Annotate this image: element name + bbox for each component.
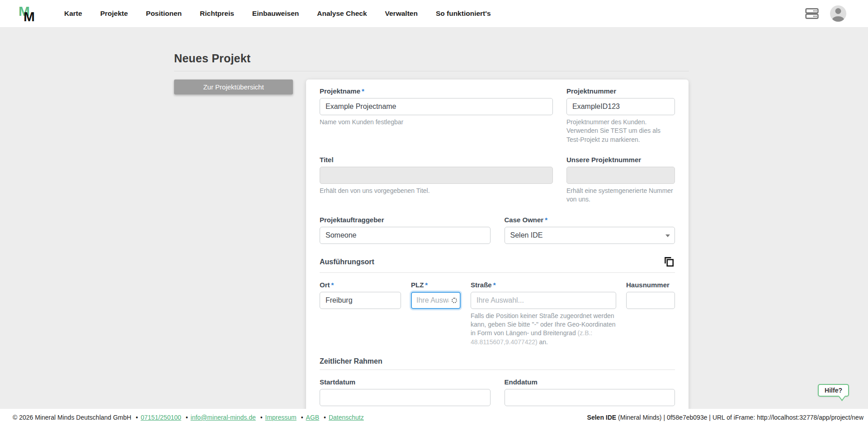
- required-marker: *: [425, 281, 428, 289]
- projektname-label: Projektname*: [320, 87, 553, 95]
- zeitlicher-rahmen-title: Zeitlicher Rahmen: [320, 357, 382, 365]
- top-navbar: M M Karte Projekte Positionen Richtpreis…: [0, 0, 868, 27]
- ausfuehrungsort-title: Ausführungsort: [320, 258, 374, 266]
- hausnummer-input[interactable]: [626, 292, 675, 309]
- nav-item-verwalten[interactable]: Verwalten: [385, 9, 418, 18]
- startdatum-label: Startdatum: [320, 378, 491, 386]
- section-zeitlicher-rahmen: Zeitlicher Rahmen: [320, 357, 675, 370]
- footer-session-info: Selen IDE (Mineral Minds) | 0f58e7eb093e…: [587, 414, 863, 421]
- projektname-helper: Name vom Kunden festlegbar: [320, 118, 553, 126]
- footer: © 2026 Mineral Minds Deutschland GmbH •0…: [0, 409, 868, 426]
- footer-session-details: (Mineral Minds) | 0f58e7eb093e | URL of …: [616, 414, 863, 421]
- footer-link-impressum[interactable]: Impressum: [265, 414, 297, 421]
- unsere-projektnummer-helper: Erhält eine systemgenerierte Nummer von …: [566, 187, 675, 204]
- field-plz: PLZ*: [411, 281, 461, 346]
- help-label: Hilfe?: [825, 387, 842, 394]
- strasse-label: Straße*: [471, 281, 616, 289]
- back-to-project-overview-button[interactable]: Zur Projektübersicht: [174, 80, 293, 94]
- field-titel: Titel Erhält den von uns vorgegebenen Ti…: [320, 156, 553, 204]
- required-marker: *: [545, 216, 547, 224]
- titel-helper: Erhält den von uns vorgegebenen Titel.: [320, 187, 553, 195]
- nav-item-so-funktionierts[interactable]: So funktioniert's: [436, 9, 491, 18]
- footer-link-datenschutz[interactable]: Datenschutz: [329, 414, 364, 421]
- form-row-name-number: Projektname* Name vom Kunden festlegbar …: [320, 87, 675, 144]
- form-row-titel: Titel Erhält den von uns vorgegebenen Ti…: [320, 156, 675, 204]
- hausnummer-label: Hausnummer: [626, 281, 675, 289]
- footer-user-name: Selen IDE: [587, 414, 617, 421]
- case-owner-value[interactable]: [505, 227, 675, 244]
- required-marker: *: [331, 281, 334, 289]
- projektauftraggeber-label: Projektauftraggeber: [320, 216, 491, 224]
- footer-link-email[interactable]: info@mineral-minds.de: [191, 414, 256, 421]
- unsere-projektnummer-label: Unsere Projektnummer: [566, 156, 675, 164]
- footer-link-phone[interactable]: 07151/250100: [141, 414, 181, 421]
- projektauftraggeber-input[interactable]: [320, 227, 491, 244]
- section-ausfuehrungsort: Ausführungsort: [320, 256, 675, 273]
- field-unsere-projektnummer: Unsere Projektnummer Erhält eine systemg…: [566, 156, 675, 204]
- nav-item-einbauweisen[interactable]: Einbauweisen: [252, 9, 299, 18]
- navbar-right: [805, 5, 846, 22]
- page-header: Neues Projekt: [174, 52, 689, 71]
- field-hausnummer: Hausnummer: [626, 281, 675, 346]
- startdatum-input[interactable]: [320, 389, 491, 406]
- projektnummer-label: Projektnummer: [566, 87, 675, 95]
- help-button[interactable]: Hilfe?: [818, 384, 849, 397]
- required-marker: *: [493, 281, 496, 289]
- projektname-input[interactable]: [320, 98, 553, 115]
- field-projektname: Projektname* Name vom Kunden festlegbar: [320, 87, 553, 144]
- field-enddatum: Enddatum: [505, 378, 675, 406]
- svg-text:M: M: [24, 9, 35, 24]
- field-startdatum: Startdatum: [320, 378, 491, 406]
- ort-input[interactable]: [320, 292, 401, 309]
- footer-copyright: © 2026 Mineral Minds Deutschland GmbH: [13, 414, 131, 421]
- enddatum-label: Enddatum: [505, 378, 675, 386]
- field-projektauftraggeber: Projektauftraggeber: [320, 216, 491, 244]
- required-marker: *: [362, 87, 364, 95]
- ort-label: Ort*: [320, 281, 401, 289]
- nav-menu: Karte Projekte Positionen Richtpreis Ein…: [64, 9, 491, 18]
- case-owner-label: Case Owner*: [505, 216, 675, 224]
- form-row-owner: Projektauftraggeber Case Owner*: [320, 216, 675, 244]
- form-row-dates: Startdatum Enddatum: [320, 378, 675, 406]
- page-title: Neues Projekt: [174, 52, 689, 65]
- content-area: Zur Projektübersicht Projektname* Name v…: [174, 80, 868, 419]
- titel-input: [320, 167, 553, 184]
- copy-location-button[interactable]: [662, 256, 675, 268]
- left-column: Zur Projektübersicht: [174, 80, 293, 94]
- field-strasse: Straße* Falls die Position keiner Straße…: [471, 281, 616, 346]
- plz-label: PLZ*: [411, 281, 461, 289]
- form-row-address: Ort* PLZ* Straße* Falls die Position kei…: [320, 281, 675, 346]
- field-projektnummer: Projektnummer Projektnummer des Kunden. …: [566, 87, 675, 144]
- nav-item-projekte[interactable]: Projekte: [100, 9, 128, 18]
- nav-item-analyse-check[interactable]: Analyse Check: [317, 9, 367, 18]
- server-icon[interactable]: [805, 6, 819, 21]
- footer-link-agb[interactable]: AGB: [306, 414, 320, 421]
- case-owner-select[interactable]: [505, 227, 675, 244]
- project-form-card: Projektname* Name vom Kunden festlegbar …: [306, 80, 689, 419]
- footer-left: © 2026 Mineral Minds Deutschland GmbH •0…: [13, 414, 364, 421]
- user-avatar-icon[interactable]: [830, 5, 846, 22]
- nav-item-positionen[interactable]: Positionen: [146, 9, 182, 18]
- nav-item-richtpreis[interactable]: Richtpreis: [200, 9, 234, 18]
- copy-icon: [663, 256, 675, 267]
- projektnummer-helper: Projektnummer des Kunden. Verwenden Sie …: [566, 118, 675, 144]
- field-ort: Ort*: [320, 281, 401, 346]
- field-case-owner: Case Owner*: [505, 216, 675, 244]
- projektnummer-input[interactable]: [566, 98, 675, 115]
- nav-item-karte[interactable]: Karte: [64, 9, 82, 18]
- enddatum-input[interactable]: [505, 389, 675, 406]
- titel-label: Titel: [320, 156, 553, 164]
- mineral-minds-logo-icon[interactable]: M M: [18, 3, 39, 24]
- unsere-projektnummer-input: [566, 167, 675, 184]
- strasse-input[interactable]: [471, 292, 616, 309]
- loading-spinner-icon: [452, 298, 457, 303]
- strasse-helper: Falls die Position keiner Straße zugeord…: [471, 312, 616, 346]
